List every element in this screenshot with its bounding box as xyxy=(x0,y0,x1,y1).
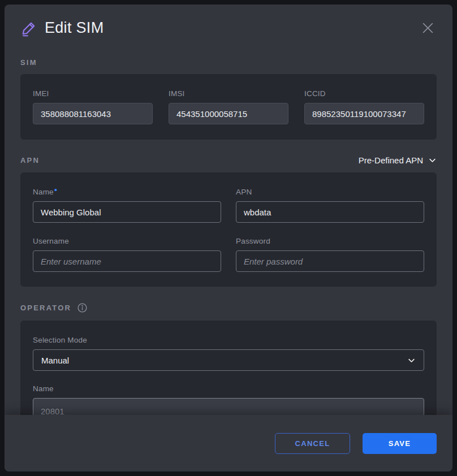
apn-apn-label: APN xyxy=(236,188,424,196)
required-marker: • xyxy=(54,185,57,194)
operator-section-header: OPERATOR xyxy=(20,302,437,313)
imsi-label: IMSI xyxy=(169,89,288,98)
predefined-apn-dropdown[interactable]: Pre-Defined APN xyxy=(359,155,437,165)
edit-sim-modal: Edit SIM SIM IMEI IMSI ICCID xyxy=(5,5,452,471)
apn-panel: Name• APN Username Password xyxy=(20,172,437,287)
imei-input[interactable] xyxy=(33,103,153,124)
username-field: Username xyxy=(33,237,221,272)
imei-label: IMEI xyxy=(33,89,153,98)
predefined-apn-label: Pre-Defined APN xyxy=(359,155,423,165)
imsi-input[interactable] xyxy=(169,103,288,124)
modal-header: Edit SIM xyxy=(20,5,437,37)
title-wrap: Edit SIM xyxy=(20,19,104,37)
selection-mode-label: Selection Mode xyxy=(33,336,424,344)
close-button[interactable] xyxy=(419,19,437,37)
iccid-label: ICCID xyxy=(304,89,424,98)
sim-panel: IMEI IMSI ICCID xyxy=(20,74,437,140)
info-icon[interactable] xyxy=(77,302,88,313)
chevron-down-icon xyxy=(428,156,437,165)
chevron-down-icon xyxy=(407,356,416,365)
username-input[interactable] xyxy=(33,250,221,272)
password-input[interactable] xyxy=(236,250,424,272)
edit-pencil-icon xyxy=(20,20,37,37)
operator-name-label: Name xyxy=(33,384,424,393)
modal-title: Edit SIM xyxy=(45,19,104,37)
iccid-field: ICCID xyxy=(304,89,424,124)
operator-section-label: OPERATOR xyxy=(20,304,71,312)
save-button[interactable]: SAVE xyxy=(363,433,437,454)
apn-section-label: APN xyxy=(20,156,40,165)
apn-name-label: Name xyxy=(33,188,54,196)
imsi-field: IMSI xyxy=(169,89,288,124)
cancel-button[interactable]: CANCEL xyxy=(275,433,350,454)
close-icon xyxy=(420,20,436,36)
imei-field: IMEI xyxy=(33,89,153,124)
password-label: Password xyxy=(236,237,424,245)
sim-section-label: SIM xyxy=(20,58,437,67)
apn-name-field: Name• xyxy=(33,188,221,223)
apn-name-input[interactable] xyxy=(33,201,221,223)
username-label: Username xyxy=(33,237,221,245)
password-field: Password xyxy=(236,237,424,272)
selection-mode-select[interactable]: Manual xyxy=(33,349,424,371)
apn-section-header: APN Pre-Defined APN xyxy=(20,155,437,165)
apn-input[interactable] xyxy=(236,201,424,223)
iccid-input[interactable] xyxy=(304,103,424,124)
selection-mode-field: Selection Mode Manual xyxy=(33,336,424,371)
selection-mode-value: Manual xyxy=(41,356,69,365)
modal-footer: CANCEL SAVE xyxy=(5,415,452,471)
modal-content: Edit SIM SIM IMEI IMSI ICCID xyxy=(5,5,452,450)
apn-apn-field: APN xyxy=(236,188,424,223)
